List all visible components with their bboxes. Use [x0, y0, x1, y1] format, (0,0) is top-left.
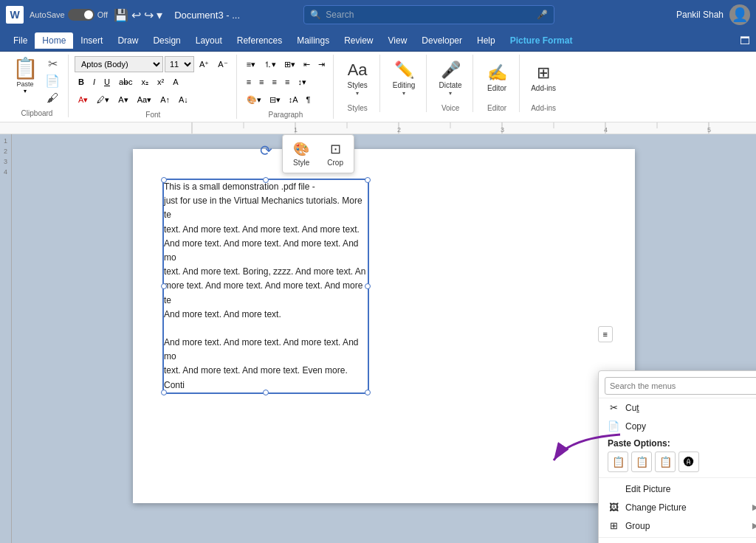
paste-option-4[interactable]: 🅐 — [678, 452, 699, 472]
addins-button[interactable]: ⊞ Add-ins — [526, 56, 561, 100]
clipboard-label: Clipboard — [21, 108, 53, 117]
ribbon-group-addins: ⊞ Add-ins Add-ins — [521, 55, 566, 112]
clear-format-button[interactable]: A — [169, 74, 182, 90]
dictate-icon: 🎤 — [441, 60, 461, 80]
copy-button[interactable]: 📄 — [41, 73, 63, 89]
editor-button[interactable]: ✍️ Editor — [479, 56, 515, 100]
decrease-font-btn[interactable]: A⁻ — [214, 56, 231, 72]
crop-tool[interactable]: ⊡ Crop — [323, 138, 348, 170]
menu-mailings[interactable]: Mailings — [289, 32, 337, 49]
context-search-input[interactable] — [605, 377, 756, 395]
avatar[interactable]: 👤 — [729, 4, 750, 25]
pilcrow-btn[interactable]: ¶ — [303, 91, 315, 108]
align-right-btn[interactable]: ≡ — [269, 74, 281, 90]
svg-text:5: 5 — [707, 126, 711, 134]
dictate-button[interactable]: 🎤 Dictate ▾ — [433, 56, 468, 100]
font-family-select[interactable]: Aptos (Body) — [75, 56, 163, 72]
format-painter-button[interactable]: 🖌 — [41, 90, 63, 106]
ribbon-group-editing: ✏️ Editing ▾ — [382, 55, 427, 112]
menu-references[interactable]: References — [230, 32, 289, 49]
ctx-cut[interactable]: ✂ Cut — [599, 398, 756, 417]
handle-br — [365, 390, 371, 395]
increase-font2-btn[interactable]: A↑ — [157, 91, 173, 108]
menu-home[interactable]: Home — [35, 32, 73, 49]
addins-content: ⊞ Add-ins — [526, 55, 561, 103]
menu-view[interactable]: View — [381, 32, 415, 49]
autosave-label: AutoSave — [30, 10, 65, 19]
text-color-btn[interactable]: A▾ — [114, 91, 131, 108]
menu-developer[interactable]: Developer — [414, 32, 470, 49]
multilevel-btn[interactable]: ⊞▾ — [281, 56, 299, 72]
customize-icon[interactable]: ▾ — [157, 8, 162, 22]
addins-group-label: Add-ins — [531, 103, 556, 112]
menu-insert[interactable]: Insert — [73, 32, 110, 49]
font-size-select[interactable]: 11 — [165, 56, 194, 72]
collapse-ribbon-btn[interactable]: 🗖 — [740, 35, 750, 46]
decrease-indent-btn[interactable]: ⇤ — [300, 56, 314, 72]
menu-picture-format[interactable]: Picture Format — [503, 32, 580, 49]
handle-mr — [365, 283, 371, 289]
redo-icon[interactable]: ↪ — [144, 8, 154, 22]
username: Pankil Shah — [676, 10, 724, 20]
word-page: ⟳ 🎨 Style ⊡ Crop — [133, 149, 635, 503]
ctx-change-picture[interactable]: 🖼 Change Picture ▶ — [599, 498, 756, 516]
cut-button[interactable]: ✂ — [41, 56, 63, 72]
ctx-edit-picture[interactable]: Edit Picture — [599, 480, 756, 498]
margin-4: 4 — [4, 168, 7, 176]
italic-button[interactable]: I — [89, 74, 99, 90]
borders-btn[interactable]: ⊟▾ — [266, 91, 284, 108]
editor-icon: ✍️ — [487, 63, 507, 83]
change-picture-icon: 🖼 — [608, 502, 619, 513]
svg-text:2: 2 — [397, 126, 401, 134]
title-bar: W AutoSave Off 💾 ↩ ↪ ▾ Document3 - ... 🔍… — [0, 0, 756, 30]
numbering-btn[interactable]: ⒈▾ — [260, 56, 280, 72]
menu-file[interactable]: File — [6, 32, 35, 49]
decrease-font2-btn[interactable]: A↓ — [175, 91, 192, 108]
menu-layout[interactable]: Layout — [188, 32, 230, 49]
rotation-handle[interactable]: ⟳ — [260, 142, 272, 159]
ctx-group[interactable]: ⊞ Group ▶ — [599, 516, 756, 535]
superscript-button[interactable]: x² — [154, 74, 168, 90]
paste-button[interactable]: 📋 Paste ▾ — [10, 56, 40, 94]
ctx-separator-2 — [599, 537, 756, 538]
ribbon: 📋 Paste ▾ ✂ 📄 🖌 Clipboard Aptos (Body) — [0, 52, 756, 122]
paste-option-2[interactable]: 📋 — [631, 452, 652, 472]
alt-text-icon[interactable]: ≡ — [598, 326, 613, 342]
menu-design[interactable]: Design — [145, 32, 188, 49]
selected-image[interactable]: This is a small demonstration .pdf file … — [162, 179, 369, 394]
justify-btn[interactable]: ≡ — [281, 74, 293, 90]
editing-button[interactable]: ✏️ Editing ▾ — [386, 56, 422, 100]
strikethrough-button[interactable]: ab̶c — [115, 74, 137, 90]
mic-icon[interactable]: 🎤 — [537, 10, 548, 20]
highlight-btn[interactable]: 🖊▾ — [93, 91, 113, 108]
font-row-1: Aptos (Body) 11 A⁺ A⁻ — [75, 56, 232, 72]
bullets-btn[interactable]: ≡▾ — [243, 56, 259, 72]
menu-draw[interactable]: Draw — [110, 32, 145, 49]
styles-button[interactable]: Aa Styles ▾ — [340, 56, 375, 100]
menu-help[interactable]: Help — [470, 32, 503, 49]
align-left-btn[interactable]: ≡ — [243, 74, 255, 90]
search-input[interactable] — [326, 10, 532, 20]
doc-title: Document3 - ... — [174, 10, 240, 21]
svg-text:3: 3 — [501, 126, 504, 134]
autosave-toggle[interactable] — [68, 9, 94, 21]
shading-btn[interactable]: 🎨▾ — [243, 91, 265, 108]
bold-button[interactable]: B — [75, 74, 88, 90]
undo-icon[interactable]: ↩ — [131, 8, 141, 22]
align-center-btn[interactable]: ≡ — [255, 74, 267, 90]
ruler: 1 2 3 4 5 — [0, 122, 756, 134]
save-icon[interactable]: 💾 — [114, 8, 128, 22]
font-size-aa-btn[interactable]: Aa▾ — [134, 91, 155, 108]
line-spacing-btn[interactable]: ↕▾ — [294, 74, 310, 90]
search-box[interactable]: 🔍 🎤 — [303, 5, 554, 24]
paste-option-3[interactable]: 📋 — [655, 452, 676, 472]
font-color-btn[interactable]: A▾ — [75, 91, 92, 108]
increase-indent-btn[interactable]: ⇥ — [315, 56, 329, 72]
text-line-8: And more text. And more text. And more t… — [164, 336, 368, 364]
style-tool[interactable]: 🎨 Style — [289, 138, 314, 170]
increase-font-btn[interactable]: A⁺ — [196, 56, 213, 72]
subscript-button[interactable]: x₂ — [138, 74, 153, 90]
menu-review[interactable]: Review — [337, 32, 380, 49]
sort-btn[interactable]: ↕A — [285, 91, 302, 108]
underline-button[interactable]: U — [100, 74, 114, 90]
